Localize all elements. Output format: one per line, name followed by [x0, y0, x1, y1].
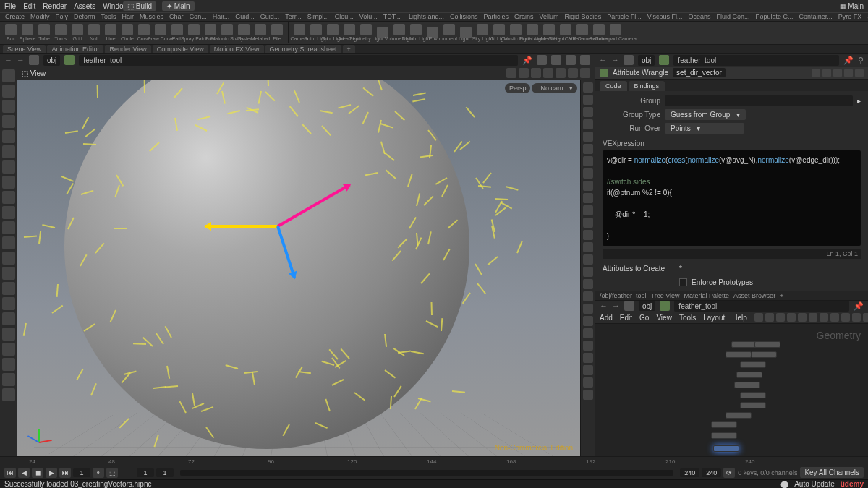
tool-icon[interactable] — [583, 291, 593, 301]
tool-icon[interactable] — [2, 343, 15, 356]
camera-persp-badge[interactable]: Persp — [505, 83, 531, 93]
net-pin-icon[interactable]: 📌 — [854, 301, 864, 311]
pane-tab[interactable]: Composite View — [153, 45, 208, 53]
tool-icon[interactable] — [583, 254, 593, 265]
network-node[interactable] — [711, 432, 737, 439]
timeline-track[interactable] — [180, 470, 673, 476]
net-tab[interactable]: + — [780, 292, 783, 299]
tool-icon[interactable] — [2, 328, 15, 341]
radial-main[interactable]: ▦ Main — [840, 2, 864, 10]
param-path-obj[interactable]: obj — [638, 55, 655, 66]
shelf-tab[interactable]: Clou... — [333, 13, 356, 20]
net-tab[interactable]: /obj/feather_tool — [600, 292, 647, 299]
nav-back-icon[interactable]: ← — [4, 56, 12, 64]
tool-icon[interactable] — [580, 68, 590, 78]
net-tab[interactable]: Tree View — [651, 292, 680, 299]
timeline-ruler[interactable]: 24487296120144168192216240 — [0, 457, 868, 467]
key-button[interactable]: ⚬ — [93, 468, 104, 478]
param-pin-icon[interactable]: 📌 — [843, 56, 854, 65]
tool-icon[interactable] — [568, 68, 578, 78]
tool-icon[interactable] — [583, 267, 593, 277]
shelf-tool[interactable]: Distant Light — [408, 24, 424, 41]
menu-render[interactable]: Render — [43, 2, 67, 10]
param-home-icon[interactable] — [624, 55, 634, 65]
tool-icon[interactable] — [2, 206, 15, 219]
shelf-tool[interactable]: Environment Light — [441, 24, 457, 41]
shelf-tab[interactable]: Oceans — [686, 13, 713, 20]
opt2-icon[interactable] — [566, 55, 576, 65]
tool-icon[interactable] — [2, 297, 15, 310]
shelf-tool[interactable]: L-System — [236, 24, 252, 41]
tool-icon[interactable] — [583, 377, 593, 388]
path-obj[interactable]: obj — [43, 55, 60, 66]
net-path-obj[interactable]: obj — [639, 301, 655, 311]
desktop-main[interactable]: ✦ Main — [162, 1, 194, 11]
range-start[interactable]: 1 — [137, 468, 154, 477]
tool-icon[interactable] — [583, 242, 593, 252]
menu-file[interactable]: File — [4, 2, 16, 10]
tool-icon[interactable] — [583, 365, 593, 375]
group-select-icon[interactable]: ▸ — [857, 97, 861, 105]
tool-icon[interactable] — [2, 176, 15, 189]
shelf-tab[interactable]: Terr... — [283, 13, 304, 20]
play-back-button[interactable]: ◼ — [32, 468, 43, 478]
tool-icon[interactable] — [820, 313, 828, 322]
tool-icon[interactable] — [2, 145, 15, 158]
tool-icon[interactable] — [2, 358, 15, 371]
tool-icon[interactable] — [506, 68, 516, 78]
tool-icon[interactable] — [583, 230, 593, 240]
shelf-tab[interactable]: Pyro FX — [836, 13, 864, 20]
prev-frame-button[interactable]: ◀ — [18, 468, 30, 478]
param-path-input[interactable]: feather_tool — [673, 55, 839, 66]
network-node[interactable] — [736, 372, 762, 378]
tool-icon[interactable] — [583, 205, 593, 215]
tool-icon[interactable] — [833, 69, 842, 77]
nav-fwd-icon[interactable]: → — [17, 56, 25, 64]
tool-icon[interactable] — [2, 388, 15, 401]
node-name[interactable]: set_dir_vector — [673, 68, 726, 77]
tool-icon[interactable] — [787, 313, 796, 322]
pane-tab[interactable]: Render View — [105, 45, 150, 53]
tool-icon[interactable] — [2, 236, 15, 249]
tool-icon[interactable] — [583, 353, 593, 363]
tool-icon[interactable] — [583, 156, 593, 166]
shelf-tab[interactable]: Rigid Bodies — [563, 13, 604, 20]
menu-edit[interactable]: Edit — [23, 2, 35, 10]
pane-tab[interactable]: Motion FX View — [210, 45, 264, 53]
network-node[interactable] — [713, 445, 739, 452]
net-menu-item[interactable]: Go — [639, 314, 649, 322]
network-node[interactable] — [734, 382, 760, 388]
network-node[interactable] — [726, 351, 752, 358]
net-tab[interactable]: Asset Browser — [733, 292, 775, 299]
tool-icon[interactable] — [583, 316, 593, 326]
shelf-tab[interactable]: Char — [167, 13, 186, 20]
shelf-tab[interactable]: Muscles — [137, 13, 166, 20]
shelf-tool[interactable]: Geometry Light — [358, 24, 374, 41]
network-node[interactable] — [740, 402, 766, 408]
tool-icon[interactable] — [844, 69, 853, 77]
net-menu-item[interactable]: Tools — [679, 314, 696, 322]
shelf-tool[interactable]: Gamepad Camera — [608, 24, 624, 41]
shelf-tool[interactable]: Spray Paint — [186, 24, 202, 41]
play-button[interactable]: ▶ — [46, 468, 57, 478]
menu-assets[interactable]: Assets — [74, 2, 95, 10]
camera-nocam-badge[interactable]: No cam ▾ — [532, 83, 577, 93]
shelf-tab[interactable]: Container... — [797, 13, 835, 20]
tool-icon[interactable] — [2, 130, 15, 143]
shelf-tool[interactable]: Circle — [119, 24, 135, 41]
tool-icon[interactable] — [543, 68, 553, 78]
shelf-tool[interactable]: Tube — [36, 24, 52, 41]
tool-icon[interactable] — [809, 313, 817, 322]
tool-icon[interactable] — [2, 191, 15, 204]
autoupdate-toggle[interactable]: Auto Update — [794, 480, 835, 488]
shelf-tab[interactable]: Guid... — [258, 13, 282, 20]
tool-icon[interactable] — [2, 312, 15, 325]
tool-icon[interactable] — [822, 69, 831, 77]
tool-icon[interactable] — [583, 218, 593, 228]
network-node[interactable] — [751, 351, 777, 358]
shelf-tab[interactable]: Sparse Pyr... — [865, 13, 868, 20]
tool-icon[interactable] — [556, 68, 566, 78]
net-tab[interactable]: Material Palette — [684, 292, 730, 299]
opt3-icon[interactable] — [580, 55, 590, 65]
tool-icon[interactable] — [583, 279, 593, 289]
